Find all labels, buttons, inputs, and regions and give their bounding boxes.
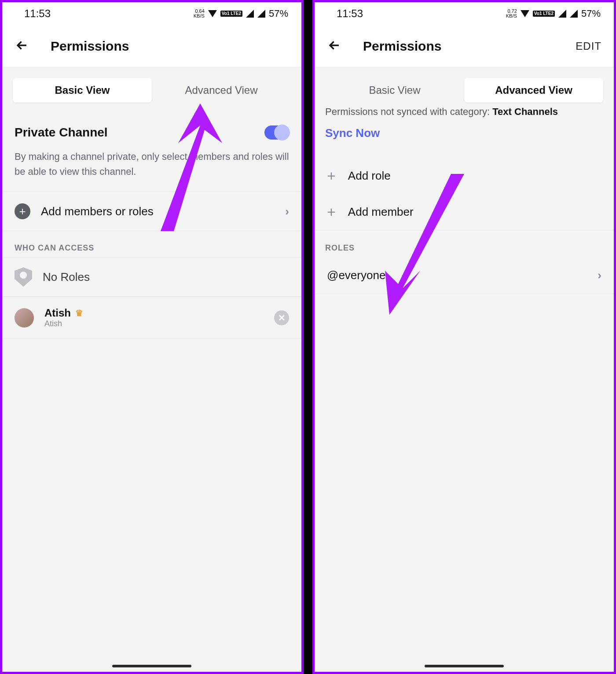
header: Permissions EDIT (315, 25, 614, 67)
tab-basic-view[interactable]: Basic View (13, 78, 152, 103)
add-members-label: Add members or roles (41, 205, 275, 218)
back-icon[interactable] (15, 38, 29, 55)
no-roles-row: No Roles (2, 257, 301, 297)
chevron-right-icon: › (285, 205, 289, 218)
battery-text: 57% (581, 8, 601, 19)
member-sub: Atish (44, 319, 83, 328)
phone-left: 11:53 0.64KB/S Vo1 LTE2 57% Permissions (0, 0, 304, 674)
page-title: Permissions (363, 39, 441, 54)
sync-status-text: Permissions not synced with category: Te… (315, 106, 614, 120)
add-role-row[interactable]: + Add role (315, 158, 614, 194)
everyone-role-text: @everyone (327, 269, 598, 282)
private-channel-description: By making a channel private, only select… (2, 143, 301, 192)
member-row[interactable]: Atish ♛ Atish ✕ (2, 297, 301, 339)
who-can-access-label: WHO CAN ACCESS (2, 231, 301, 257)
phone-right: 11:53 0.72KB/S Vo1 LTE2 57% Permissions … (312, 0, 616, 674)
tab-advanced-view[interactable]: Advanced View (152, 78, 291, 103)
status-time: 11:53 (24, 7, 51, 20)
plus-icon: + (15, 203, 30, 219)
private-channel-label: Private Channel (15, 125, 108, 140)
add-role-label: Add role (348, 169, 391, 183)
member-name: Atish (44, 307, 71, 319)
battery-text: 57% (269, 8, 288, 19)
view-segmented-control: Basic View Advanced View (13, 78, 291, 103)
home-indicator (112, 665, 191, 667)
status-right: 0.72KB/S Vo1 LTE2 57% (506, 8, 601, 19)
tab-advanced-view[interactable]: Advanced View (464, 78, 603, 103)
plus-icon: + (327, 204, 336, 219)
signal-icon-2 (257, 10, 265, 18)
avatar (15, 308, 34, 328)
status-kbs: 0.72KB/S (506, 9, 517, 18)
crown-icon: ♛ (75, 308, 83, 318)
statusbar: 11:53 0.72KB/S Vo1 LTE2 57% (315, 2, 614, 25)
wifi-icon (521, 10, 529, 17)
back-icon[interactable] (327, 38, 342, 55)
statusbar: 11:53 0.64KB/S Vo1 LTE2 57% (2, 2, 301, 25)
tab-basic-view[interactable]: Basic View (325, 78, 464, 103)
add-member-row[interactable]: + Add member (315, 194, 614, 230)
view-segmented-control: Basic View Advanced View (325, 78, 603, 103)
wifi-icon (208, 10, 217, 17)
roles-section-label: ROLES (315, 230, 614, 259)
remove-member-button[interactable]: ✕ (274, 310, 289, 325)
lte-icon: Vo1 LTE2 (533, 11, 555, 17)
chevron-right-icon: › (598, 269, 601, 282)
lte-icon: Vo1 LTE2 (220, 11, 242, 17)
status-right: 0.64KB/S Vo1 LTE2 57% (194, 8, 288, 19)
add-member-label: Add member (348, 205, 414, 219)
no-roles-text: No Roles (43, 270, 90, 284)
page-title: Permissions (51, 39, 129, 54)
add-members-or-roles-row[interactable]: + Add members or roles › (2, 192, 301, 231)
signal-icon (558, 10, 566, 18)
signal-icon-2 (570, 10, 578, 18)
home-indicator (425, 665, 504, 667)
signal-icon (246, 10, 254, 18)
sync-now-button[interactable]: Sync Now (315, 120, 614, 158)
everyone-role-row[interactable]: @everyone › (315, 259, 614, 294)
shield-icon (15, 267, 32, 287)
edit-button[interactable]: EDIT (576, 40, 601, 52)
status-kbs: 0.64KB/S (194, 9, 205, 18)
private-channel-toggle[interactable] (264, 125, 289, 140)
header: Permissions (2, 25, 301, 67)
status-time: 11:53 (337, 7, 363, 20)
plus-icon: + (327, 168, 336, 183)
